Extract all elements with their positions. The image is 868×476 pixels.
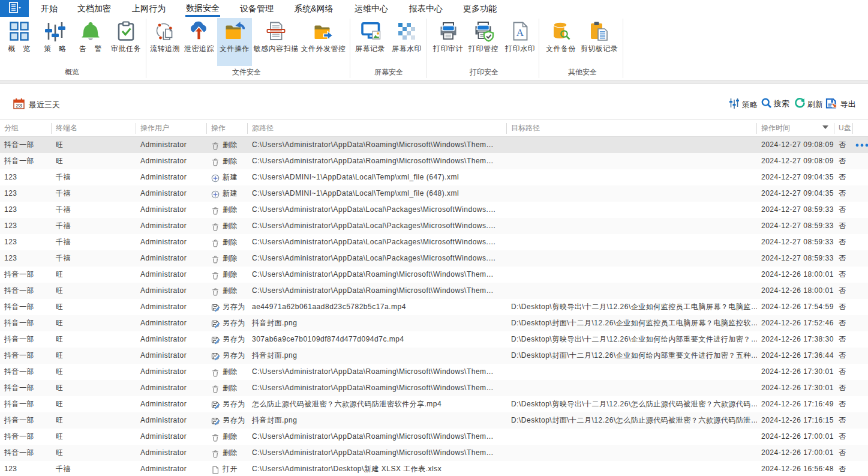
svg-text:23: 23 [16, 102, 22, 109]
svg-text:A: A [516, 27, 524, 38]
